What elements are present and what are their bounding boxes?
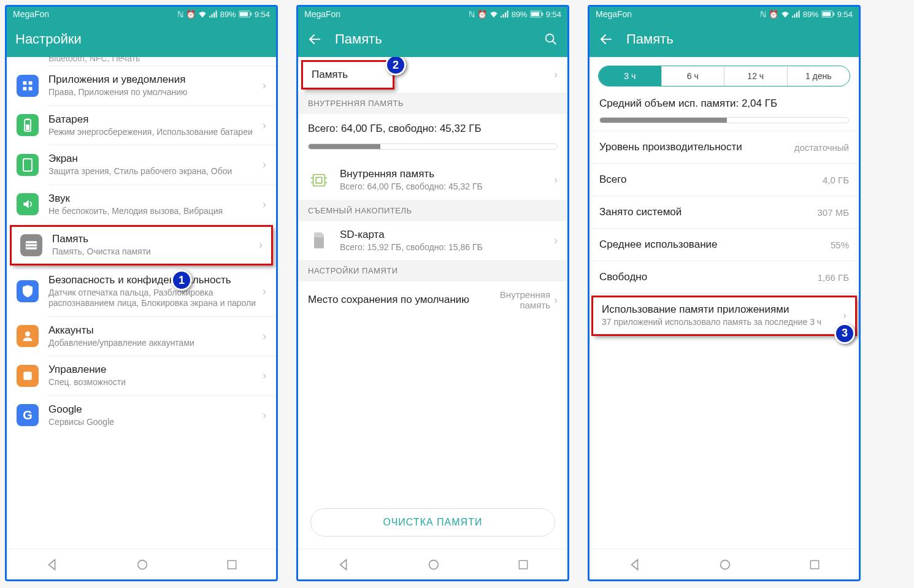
internal-storage-row[interactable]: Внутренняя память Всего: 64,00 ГБ, свобо… [298, 161, 567, 200]
alarm-icon: ⏰ [186, 10, 196, 19]
chevron-icon: › [263, 369, 266, 382]
signal-icon [792, 10, 801, 18]
svg-rect-0 [209, 16, 210, 18]
wifi-icon [781, 10, 789, 18]
svg-rect-14 [23, 159, 32, 171]
svg-rect-42 [796, 12, 797, 17]
time-range-option[interactable]: 3 ч [599, 66, 662, 86]
phone-memory: MegaFon ℕ ⏰ 89% 9:54 Память 3 ч6 ч12 ч1 … [588, 5, 861, 581]
screen-icon [17, 154, 39, 176]
chevron-icon: › [263, 285, 266, 298]
svg-rect-40 [792, 16, 793, 18]
nav-home-icon[interactable] [718, 558, 732, 571]
app-memory-usage-row[interactable]: Использование памяти приложениями 37 при… [592, 296, 856, 335]
stat-key: Уровень производительности [599, 141, 742, 153]
nav-back-icon[interactable] [45, 558, 59, 571]
settings-row-screen[interactable]: ЭкранЗащита зрения, Стиль рабочего экран… [7, 145, 276, 185]
row-title: Google [48, 403, 263, 416]
svg-rect-5 [239, 12, 248, 17]
nav-back-icon[interactable] [628, 558, 642, 571]
google-icon: G [17, 404, 39, 426]
memory-icon [20, 234, 42, 256]
manage-icon [17, 365, 39, 387]
app-bar: Настройки [7, 21, 276, 57]
svg-rect-43 [798, 10, 799, 17]
sd-card-row[interactable]: SD-карта Всего: 15,92 ГБ, свободно: 15,8… [298, 221, 567, 261]
time-range-option[interactable]: 1 день [788, 66, 850, 86]
back-button[interactable] [598, 31, 614, 47]
svg-point-29 [546, 34, 554, 42]
battery-icon [821, 10, 835, 18]
time-range-segmented[interactable]: 3 ч6 ч12 ч1 день [598, 66, 850, 86]
clock: 9:54 [255, 10, 270, 19]
settings-row-memory[interactable]: ПамятьПамять, Очистка памяти› [10, 226, 272, 265]
chevron-icon: › [263, 330, 266, 343]
svg-rect-23 [502, 14, 504, 18]
settings-row-manage[interactable]: УправлениеСпец. возможности› [7, 356, 276, 395]
battery-icon [239, 10, 252, 18]
nav-recent-icon[interactable] [808, 559, 821, 571]
storage-list[interactable]: Память › 2 ВНУТРЕННЯЯ ПАМЯТЬ Всего: 64,0… [298, 57, 567, 549]
settings-row-shield[interactable]: Безопасность и конфиденциальностьДатчик … [7, 267, 276, 316]
memory-detail[interactable]: 3 ч6 ч12 ч1 день Средний объем исп. памя… [589, 57, 859, 549]
svg-rect-31 [313, 174, 325, 186]
nav-home-icon[interactable] [427, 558, 440, 571]
stat-key: Всего [599, 174, 627, 186]
signal-icon [501, 10, 509, 18]
nav-recent-icon[interactable] [517, 559, 529, 571]
status-bar: MegaFon ℕ ⏰ 89% 9:54 [7, 7, 276, 21]
time-range-option[interactable]: 12 ч [724, 66, 788, 86]
alarm-icon: ⏰ [769, 10, 778, 19]
row-title: Безопасность и конфиденциальность [48, 274, 263, 286]
row-title: Батарея [48, 113, 263, 126]
section-internal: ВНУТРЕННЯЯ ПАМЯТЬ [298, 93, 567, 114]
stat-value: 1,66 ГБ [818, 272, 849, 283]
nav-back-icon[interactable] [337, 558, 350, 571]
page-title: Память [335, 31, 531, 47]
svg-rect-22 [501, 16, 502, 18]
storage-bar [308, 143, 558, 150]
avg-memory-block: Средний объем исп. памяти: 2,04 ГБ [589, 97, 859, 131]
stat-key: Среднее использование [599, 239, 718, 251]
phone-settings: MegaFon ℕ ⏰ 89% 9:54 Настройки Blue [5, 5, 278, 581]
cleanup-button[interactable]: ОЧИСТКА ПАМЯТИ [310, 508, 555, 536]
svg-rect-10 [29, 86, 33, 90]
default-location-value: Внутренняя память [483, 289, 550, 310]
svg-rect-41 [794, 14, 795, 18]
nfc-icon: ℕ [760, 10, 766, 19]
back-button[interactable] [307, 31, 323, 47]
stat-value: достаточный [794, 142, 849, 153]
nav-recent-icon[interactable] [226, 559, 238, 571]
chevron-icon: › [263, 158, 266, 171]
svg-rect-46 [833, 12, 834, 15]
chevron-icon: › [554, 234, 558, 247]
svg-rect-1 [211, 14, 212, 18]
carrier-label: MegaFon [596, 9, 632, 19]
summary-text: Всего: 64,00 ГБ, свободно: 45,32 ГБ [308, 123, 558, 135]
row-title: Приложения и уведомления [48, 74, 263, 86]
settings-row-apps[interactable]: Приложения и уведомленияПрава, Приложени… [7, 66, 276, 105]
row-title: Управление [48, 364, 263, 376]
settings-row-google[interactable]: GGoogleСервисы Google› [7, 396, 276, 435]
stat-key: Свободно [599, 271, 647, 283]
chevron-icon: › [263, 198, 266, 211]
chevron-icon: › [554, 294, 558, 307]
default-location-row[interactable]: Место сохранения по умолчанию Внутренняя… [298, 281, 567, 318]
memory-stat-row: Уровень производительностидостаточный [589, 131, 859, 163]
chevron-icon: › [259, 239, 263, 251]
nfc-icon: ℕ [469, 10, 475, 19]
svg-rect-21 [228, 560, 236, 568]
time-range-option[interactable]: 6 ч [662, 66, 725, 86]
nav-home-icon[interactable] [136, 558, 149, 571]
step-badge-2: 2 [385, 57, 406, 75]
carrier-label: MegaFon [304, 9, 340, 19]
row-sub: Права, Приложения по умолчанию [48, 87, 263, 98]
settings-list[interactable]: Bluetooth, NFC, Печать Приложения и увед… [7, 57, 276, 549]
prev-row-sub: Bluetooth, NFC, Печать [7, 57, 276, 63]
search-button[interactable] [543, 31, 559, 47]
settings-row-battery[interactable]: БатареяРежим энергосбережения, Использов… [7, 106, 276, 145]
memory-row[interactable]: Память [302, 61, 394, 89]
stat-key: Занято системой [599, 206, 682, 218]
settings-row-sound[interactable]: ЗвукНе беспокоить, Мелодия вызова, Вибра… [7, 185, 276, 224]
settings-row-account[interactable]: АккаунтыДобавление/управление аккаунтами… [7, 317, 276, 356]
